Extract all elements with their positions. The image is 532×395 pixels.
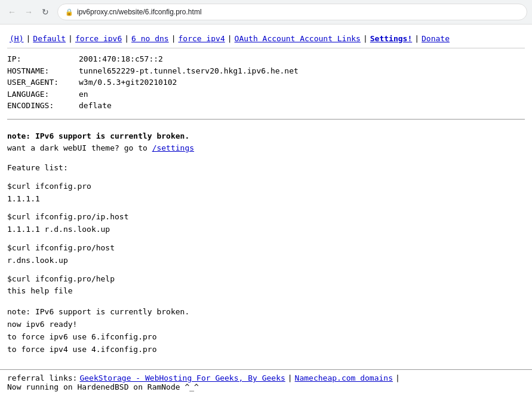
info-label-useragent: USER_AGENT: [7,76,79,88]
dark-theme-line: want a dark webUI theme? go to /settings [7,142,525,155]
nav-sep-3: | [124,34,129,43]
footer-end-text: | [395,373,400,382]
feature-1: $curl ifconfig.pro/ip.host 1.1.1.1 r.d.n… [7,211,525,236]
nav-link-oauth[interactable]: OAuth Account Account Links [235,34,361,43]
feature-0: $curl ifconfig.pro 1.1.1.1 [7,180,525,206]
nav-links: (H) | Default | force ipv6 | 6 no dns | … [7,29,525,48]
footer-link-geekstorage[interactable]: GeekStorage - WebHosting For Geeks, By G… [79,373,285,382]
feature-list-section: Feature list: $curl ifconfig.pro 1.1.1.1… [7,162,525,298]
feature-1-result: 1.1.1.1 r.d.ns.look.up [7,223,525,236]
note-text-2: note: IPv6 support is currently broken. [7,306,525,319]
nav-link-default[interactable]: Default [33,34,66,43]
dark-theme-text: want a dark webUI theme? go to [7,143,152,152]
note-text-1: note: IPv6 support is currently broken. [7,130,525,143]
info-row-ip: IP: 2001:470:18:c57::2 [7,53,525,65]
ready-text: now ipv6 ready! [7,319,525,331]
info-value-language: en [79,88,88,100]
info-row-encodings: ENCODINGS: deflate [7,100,525,112]
nav-sep-5: | [227,34,232,43]
info-value-useragent: w3m/0.5.3+git20210102 [79,76,177,88]
settings-link[interactable]: /settings [152,143,194,152]
nav-buttons: ← → ↻ [5,5,53,19]
nav-sep-6: | [363,34,368,43]
forward-button[interactable]: → [21,5,36,19]
footer: referral links: GeekStorage - WebHosting… [0,369,532,395]
feature-0-command: $curl ifconfig.pro [7,180,525,193]
info-value-ip: 2001:470:18:c57::2 [79,53,163,65]
nav-link-6-no-dns[interactable]: 6 no dns [131,34,169,43]
info-row-useragent: USER_AGENT: w3m/0.5.3+git20210102 [7,76,525,88]
feature-3-command: $curl ifconfig.pro/help [7,273,525,286]
refresh-button[interactable]: ↻ [38,5,53,19]
feature-1-command: $curl ifconfig.pro/ip.host [7,211,525,223]
feature-2-result: r.dns.look.up [7,255,525,267]
address-bar[interactable]: 🔒 ipv6proxy.cn/website/6.ifconfig.pro.ht… [57,4,527,20]
note-section-1: note: IPv6 support is currently broken. … [7,130,525,155]
feature-2: $curl ifconfig.pro/host r.dns.look.up [7,242,525,267]
footer-links-row: referral links: GeekStorage - WebHosting… [7,373,525,382]
nav-sep-7: | [414,34,419,43]
force-ipv6-text: to force ipv6 use 6.ifconfig.pro [7,331,525,344]
nav-sep-1: | [26,34,30,43]
info-table: IP: 2001:470:18:c57::2 HOSTNAME: tunnel6… [7,53,525,112]
info-label-language: LANGUAGE: [7,88,79,100]
feature-list-label: Feature list: [7,162,525,174]
browser-chrome: ← → ↻ 🔒 ipv6proxy.cn/website/6.ifconfig.… [0,0,532,25]
info-row-hostname: HOSTNAME: tunnel652229-pt.tunnel.tserv20… [7,65,525,77]
note-bold-1: note: IPv6 support is currently broken. [7,131,189,140]
nav-link-force-ipv4[interactable]: force ipv4 [179,34,225,43]
feature-3: $curl ifconfig.pro/help this help file [7,273,525,298]
url-text: ipv6proxy.cn/website/6.ifconfig.pro.html [77,8,519,16]
footer-referral-text: referral links: [7,373,77,382]
lock-icon: 🔒 [65,8,73,16]
note-section-2: note: IPv6 support is currently broken. … [7,306,525,356]
info-value-encodings: deflate [79,100,112,112]
back-button[interactable]: ← [5,5,19,19]
footer-link-namecheap[interactable]: Namecheap.com domains [295,373,393,382]
nav-link-force-ipv6[interactable]: force ipv6 [75,34,122,43]
nav-sep-2: | [68,34,73,43]
force-ipv4-text: to force ipv4 use 4.ifconfig.pro [7,344,525,356]
info-row-language: LANGUAGE: en [7,88,525,100]
nav-link-settings[interactable]: Settings! [370,34,412,43]
info-label-hostname: HOSTNAME: [7,65,79,77]
divider-1 [7,119,525,120]
info-label-encodings: ENCODINGS: [7,100,79,112]
feature-3-result: this help file [7,285,525,298]
footer-running-text: Now running on HardenedBSD on RamNode ^_… [7,382,525,391]
browser-toolbar: ← → ↻ 🔒 ipv6proxy.cn/website/6.ifconfig.… [0,0,532,24]
nav-sep-4: | [171,34,176,43]
page-content: (H) | Default | force ipv6 | 6 no dns | … [0,25,532,363]
feature-2-command: $curl ifconfig.pro/host [7,242,525,255]
nav-link-donate[interactable]: Donate [422,34,450,43]
footer-sep-1: | [288,373,293,382]
main-content: note: IPv6 support is currently broken. … [7,123,525,359]
info-label-ip: IP: [7,53,79,65]
nav-link-h[interactable]: (H) [10,34,23,43]
info-value-hostname: tunnel652229-pt.tunnel.tserv20.hkg1.ipv6… [79,65,299,77]
feature-0-result: 1.1.1.1 [7,193,525,206]
